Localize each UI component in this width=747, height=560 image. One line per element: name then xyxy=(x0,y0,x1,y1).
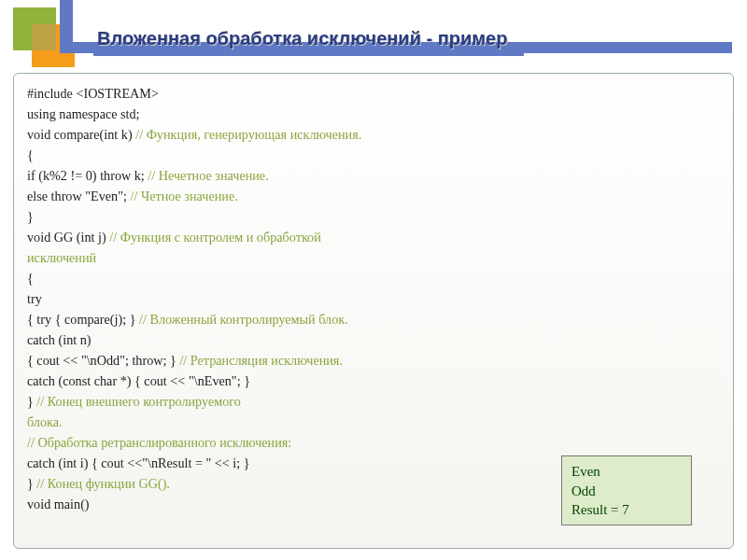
code-line: else throw "Even"; // Четное значение. xyxy=(27,186,720,206)
code-line: } // Конец внешнего контролируемого xyxy=(27,391,720,412)
code-line: if (k%2 != 0) throw k; // Нечетное значе… xyxy=(27,165,720,186)
code-line: } xyxy=(27,206,720,227)
program-output-box: Even Odd Result = 7 xyxy=(561,455,692,525)
slide-title-row: Вложенная обработка исключений - пример xyxy=(93,28,747,56)
code-line: void GG (int j) // Функция с контролем и… xyxy=(27,227,720,247)
output-line: Even xyxy=(571,462,682,481)
code-line: try xyxy=(27,288,720,309)
code-line: catch (int n) xyxy=(27,329,720,350)
code-line: // Обработка ретранслированного исключен… xyxy=(27,432,720,453)
code-line: блока. xyxy=(27,412,720,432)
code-example-box: #include <IOSTREAM> using namespace std;… xyxy=(13,73,734,549)
code-line: catch (const char *) { cout << "\nEven";… xyxy=(27,371,720,391)
slide-title: Вложенная обработка исключений - пример xyxy=(93,28,524,56)
code-line: #include <IOSTREAM> xyxy=(27,83,720,104)
output-line: Odd xyxy=(571,482,682,500)
output-line: Result = 7 xyxy=(571,500,682,519)
code-line: { xyxy=(27,145,720,165)
code-line: { cout << "\nOdd"; throw; } // Ретрансля… xyxy=(27,350,720,371)
code-line: using namespace std; xyxy=(27,104,720,124)
code-line: { xyxy=(27,268,720,288)
code-line: { try { compare(j); } // Вложенный контр… xyxy=(27,309,720,329)
code-line: void compare(int k) // Функция, генериру… xyxy=(27,124,720,145)
code-line: исключений xyxy=(27,247,720,268)
